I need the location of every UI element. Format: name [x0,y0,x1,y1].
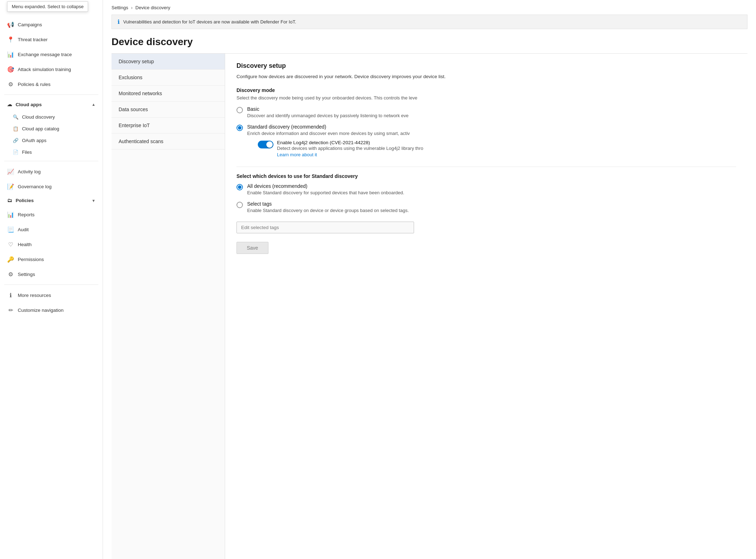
sidebar-item-settings[interactable]: ⚙ Settings [1,267,101,281]
radio-basic-sublabel: Discover and identify unmanaged devices … [247,113,409,119]
log4j-toggle[interactable] [258,141,273,148]
audit-icon: 📃 [7,226,14,233]
sidebar-item-more-resources[interactable]: ℹ More resources [1,288,101,302]
reports-icon: 📊 [7,211,14,218]
sidebar-section-cloud-apps[interactable]: ☁ Cloud apps ▲ [1,98,101,111]
sidebar-item-health[interactable]: ♡ Health [1,237,101,251]
panel-description: Configure how devices are discovered in … [236,73,736,80]
discovery-mode-label: Discovery mode [236,87,736,93]
radio-standard[interactable] [236,125,243,131]
content-tabs: Discovery setup Exclusions Monitored net… [112,54,225,559]
radio-standard-sublabel: Enrich device information and discover e… [247,130,736,137]
radio-standard-label: Standard discovery (recommended) [247,124,736,130]
sidebar-item-exchange[interactable]: 📊 Exchange message trace [1,47,101,61]
panel-title: Discovery setup [236,62,736,70]
cloud-discovery-icon: 🔍 [13,114,18,120]
radio-select-tags[interactable] [236,202,243,208]
policies-rules-icon: ⚙ [7,81,14,88]
sidebar-item-policies-rules[interactable]: ⚙ Policies & rules [1,77,101,91]
sidebar-item-attack-sim[interactable]: 🎯 Attack simulation training [1,62,101,76]
tab-exclusions[interactable]: Exclusions [112,70,225,86]
cloud-apps-icon: ☁ [7,102,12,107]
discovery-mode-sublabel: Select the discovery mode being used by … [236,95,736,101]
customize-nav-icon: ✏ [7,306,14,314]
radio-basic[interactable] [236,107,243,113]
oauth-apps-icon: 🔗 [13,138,18,143]
info-bar: ℹ Vulnerabilities and detection for IoT … [112,15,747,29]
radio-all-devices-sublabel: Enable Standard discovery for supported … [247,190,404,196]
campaigns-icon: 📢 [7,21,14,28]
exchange-icon: 📊 [7,51,14,58]
breadcrumb: Settings › Device discovery [103,0,756,13]
sidebar-item-audit[interactable]: 📃 Audit [1,222,101,237]
tab-discovery-setup[interactable]: Discovery setup [112,54,225,70]
sidebar-item-cloud-discovery[interactable]: 🔍 Cloud discovery [1,112,101,123]
standard-discovery-label: Select which devices to use for Standard… [236,173,736,179]
sidebar-item-reports[interactable]: 📊 Reports [1,207,101,222]
sidebar-item-threat-tracker[interactable]: 📍 Threat tracker [1,32,101,47]
activity-log-icon: 📈 [7,168,14,175]
sidebar-item-permissions[interactable]: 🔑 Permissions [1,252,101,266]
sidebar-item-activity-log[interactable]: 📈 Activity log [1,164,101,179]
divider-1 [4,94,98,95]
sidebar-item-customize-nav[interactable]: ✏ Customize navigation [1,303,101,317]
content-panel: Discovery setup Configure how devices ar… [225,54,747,559]
radio-option-all-devices[interactable]: All devices (recommended) Enable Standar… [236,183,736,196]
save-button[interactable]: Save [236,242,268,254]
sidebar-item-oauth-apps[interactable]: 🔗 OAuth apps [1,135,101,146]
tab-enterprise-iot[interactable]: Enterprise IoT [112,118,225,134]
toggle-label: Enable Log4j2 detection (CVE-2021-44228) [277,140,423,145]
learn-more-link[interactable]: Learn more about it [277,152,317,157]
radio-select-tags-sublabel: Enable Standard discovery on device or d… [247,207,409,214]
main-content: Settings › Device discovery ℹ Vulnerabil… [103,0,756,559]
sidebar-item-files[interactable]: 📄 Files [1,147,101,158]
governance-log-icon: 📝 [7,183,14,190]
breadcrumb-settings[interactable]: Settings [112,5,128,10]
permissions-icon: 🔑 [7,256,14,263]
radio-all-devices[interactable] [236,184,243,190]
more-resources-icon: ℹ [7,292,14,299]
files-icon: 📄 [13,150,18,155]
radio-basic-label: Basic [247,106,409,112]
cloud-app-catalog-icon: 📋 [13,126,18,131]
divider-3 [4,284,98,285]
tab-data-sources[interactable]: Data sources [112,102,225,118]
section-divider [236,167,736,167]
settings-icon: ⚙ [7,271,14,278]
chevron-down-icon: ▼ [92,199,96,203]
radio-select-tags-label: Select tags [247,201,409,207]
radio-all-devices-label: All devices (recommended) [247,183,404,189]
tab-authenticated-scans[interactable]: Authenticated scans [112,134,225,150]
sidebar-item-policies[interactable]: 🗂 Policies ▼ [1,194,101,207]
radio-option-standard[interactable]: Standard discovery (recommended) Enrich … [236,124,736,160]
breadcrumb-current: Device discovery [135,5,170,10]
toggle-row: Enable Log4j2 detection (CVE-2021-44228)… [258,140,736,157]
sidebar-item-cloud-app-catalog[interactable]: 📋 Cloud app catalog [1,123,101,134]
info-icon: ℹ [118,18,120,25]
threat-tracker-icon: 📍 [7,36,14,43]
attack-sim-icon: 🎯 [7,66,14,73]
sidebar: Menu expanded. Select to collapse 📢 Camp… [0,0,103,559]
sidebar-item-campaigns[interactable]: 📢 Campaigns [1,17,101,32]
divider-2 [4,161,98,161]
policies-icon: 🗂 [7,198,12,203]
sidebar-item-governance-log[interactable]: 📝 Governance log [1,179,101,194]
radio-option-select-tags[interactable]: Select tags Enable Standard discovery on… [236,201,736,214]
toggle-sublabel: Detect devices with applications using t… [277,145,423,152]
chevron-up-icon: ▲ [92,102,96,107]
health-icon: ♡ [7,241,14,248]
menu-tooltip: Menu expanded. Select to collapse [7,1,88,12]
breadcrumb-separator: › [131,5,132,10]
tags-input[interactable] [236,222,414,233]
page-title: Device discovery [103,32,756,53]
info-bar-text: Vulnerabilities and detection for IoT de… [123,19,296,25]
content-area: Discovery setup Exclusions Monitored net… [112,53,747,559]
radio-option-basic[interactable]: Basic Discover and identify unmanaged de… [236,106,736,119]
tab-monitored-networks[interactable]: Monitored networks [112,86,225,102]
